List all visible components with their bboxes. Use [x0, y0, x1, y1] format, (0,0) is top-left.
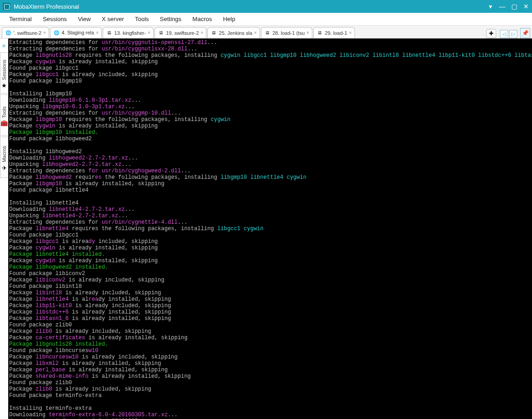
monitor-icon: 🖥 [264, 30, 271, 36]
sidebar-tab-tools[interactable]: Tools🧰 [0, 94, 8, 136]
tab-nav: ◁ ▷ [500, 30, 517, 38]
menu-tools[interactable]: Tools [130, 14, 153, 24]
tab-close-icon[interactable]: × [254, 30, 257, 35]
maximize-button[interactable]: ▢ [511, 3, 517, 10]
monitor-icon: 🖥 [211, 30, 217, 36]
sidebar-label: Sessions [1, 60, 7, 80]
menu-terminal[interactable]: Terminal [5, 14, 36, 24]
monitor-icon: 🖥 [106, 30, 112, 36]
tab-5[interactable]: 🖥28. load-1 (tsu× [261, 27, 312, 38]
terminal-area: Extracting dependencies for usr/bin/cygg… [8, 39, 532, 419]
sidebar-expand-button[interactable]: » [0, 39, 8, 52]
tab-close-icon[interactable]: × [96, 30, 99, 35]
sidebar: » Sessions★Tools🧰Macros✈ [0, 39, 8, 419]
tab-label: 19. swiftsure-2 [166, 30, 199, 36]
macros-icon: ✈ [2, 165, 7, 171]
tab-label: 13. kingfisher- [114, 30, 146, 36]
tab-label: 4. Staging rela [61, 30, 94, 35]
tab-label: 29. load-1 [325, 30, 347, 36]
tab-3[interactable]: 🖥19. swiftsure-2× [155, 27, 206, 38]
tab-label: 25. Jenkins sla [219, 30, 252, 36]
app-icon [3, 3, 10, 10]
close-button[interactable]: ✕ [523, 3, 529, 10]
tab-list: 🌐'. swiftsure-2×🌐4. Staging rela×🖥13. ki… [2, 27, 484, 38]
minimize-button[interactable]: — [499, 3, 505, 10]
tab-4[interactable]: 🖥25. Jenkins sla× [207, 27, 260, 38]
globe-icon: 🌐 [5, 30, 11, 36]
sidebar-tab-macros[interactable]: Macros✈ [0, 137, 8, 178]
window-buttons: ▾ — ▢ ✕ [487, 3, 529, 10]
sidebar-label: Macros [1, 146, 7, 162]
tab-bar: 🌐'. swiftsure-2×🌐4. Staging rela×🖥13. ki… [0, 26, 532, 39]
titlebar[interactable]: MobaXterm Professional ▾ — ▢ ✕ [0, 0, 532, 13]
sidebar-label: Tools [1, 106, 7, 118]
tab-0[interactable]: 🌐'. swiftsure-2× [2, 27, 49, 38]
tab-pin-button[interactable]: 📌 [520, 28, 530, 38]
dropdown-icon[interactable]: ▾ [487, 3, 493, 10]
menu-help[interactable]: Help [218, 14, 240, 24]
tab-close-icon[interactable]: × [349, 30, 352, 35]
tab-1[interactable]: 🌐4. Staging rela× [50, 27, 102, 38]
tab-add-button[interactable]: ✚ [486, 29, 496, 38]
sessions-icon: ★ [1, 82, 7, 89]
tab-close-icon[interactable]: × [43, 30, 46, 35]
menu-sessions[interactable]: Sessions [38, 14, 72, 24]
tab-2[interactable]: 🖥13. kingfisher-× [103, 27, 154, 38]
tab-prev-button[interactable]: ◁ [500, 30, 508, 38]
menu-macros[interactable]: Macros [188, 14, 217, 24]
menubar: TerminalSessionsViewX serverToolsSetting… [0, 13, 532, 26]
monitor-icon: 🖥 [158, 30, 164, 36]
tab-6[interactable]: 🖥29. load-1× [313, 27, 355, 38]
menu-x-server[interactable]: X server [97, 14, 128, 24]
tab-close-icon[interactable]: × [306, 30, 309, 35]
body: » Sessions★Tools🧰Macros✈ Extracting depe… [0, 39, 532, 419]
menu-settings[interactable]: Settings [155, 14, 186, 24]
globe-icon: 🌐 [53, 29, 60, 36]
tab-label: 28. load-1 (tsu [272, 30, 305, 36]
tools-icon: 🧰 [0, 120, 8, 127]
monitor-icon: 🖥 [316, 30, 323, 36]
sidebar-tab-sessions[interactable]: Sessions★ [0, 52, 8, 94]
window-title: MobaXterm Professional [14, 3, 487, 10]
tab-close-icon[interactable]: × [148, 30, 150, 35]
tab-next-button[interactable]: ▷ [509, 30, 517, 38]
tab-close-icon[interactable]: × [201, 30, 204, 35]
terminal[interactable]: Extracting dependencies for usr/bin/cygg… [8, 39, 532, 419]
tab-label: '. swiftsure-2 [13, 30, 41, 36]
menu-view[interactable]: View [73, 14, 95, 24]
